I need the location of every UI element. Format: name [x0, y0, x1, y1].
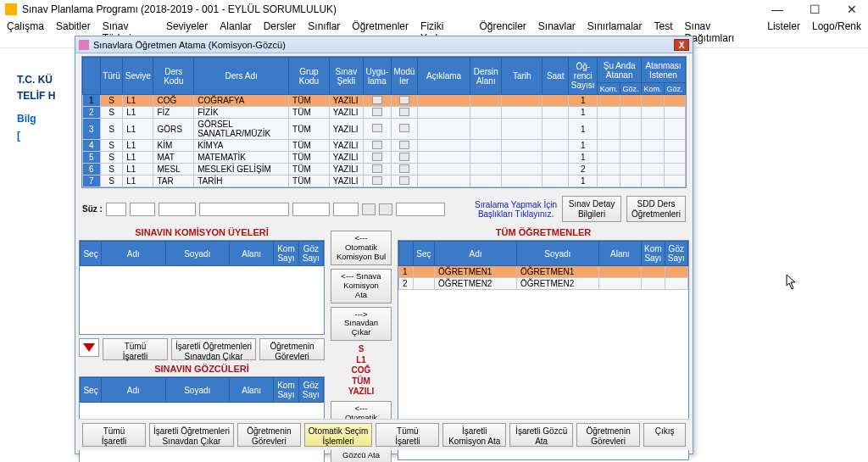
assign-commission-button[interactable]: <--- Sınava Komisyon Ata [331, 269, 392, 303]
all-teachers-title: TÜM ÖĞRETMENLER [398, 227, 689, 237]
table-row[interactable]: 2SL1FİZFİZİKTÜMYAZILI1 [83, 107, 686, 119]
remove-commission-button[interactable]: ---> Sınavdan Çıkar [331, 307, 392, 342]
sdd-teachers-button[interactable]: SDD Ders Öğretmenleri [626, 196, 686, 222]
dialog-title: Sınavlara Öğretmen Atama (Komisyon-Gözcü… [93, 40, 674, 50]
window-minimize-button[interactable]: — [766, 3, 788, 16]
bottom-teacher-duties-2-button[interactable]: Öğretmenin Görevleri [576, 423, 640, 447]
menu-logo-renk[interactable]: Logo/Renk [812, 20, 861, 44]
filter-grup[interactable] [292, 203, 330, 216]
dialog-icon [79, 40, 89, 50]
table-row[interactable]: 4SL1KİMKİMYATÜMYAZILI1 [83, 140, 686, 152]
window-title: Sınav Planlama Programı (2018-2019 - 001… [22, 3, 766, 15]
filter-kod[interactable] [159, 203, 196, 216]
remove-marked-button-1[interactable]: İşaretli Öğretmenleri Sınavdan Çıkar [171, 338, 256, 360]
filter-seviye[interactable] [130, 203, 155, 216]
window-titlebar: Sınav Planlama Programı (2018-2019 - 001… [0, 0, 868, 19]
commission-title: SINAVIN KOMİSYON ÜYELERİ [79, 227, 325, 237]
menu-sinav-dagitimlari[interactable]: Sınav Dağıtımları [685, 20, 756, 44]
bottom-all-marked-button[interactable]: Tümü İşaretli [82, 423, 146, 447]
bottom-teacher-duties-button[interactable]: Öğretmenin Görevleri [237, 423, 301, 447]
filter-label: Süz : [82, 204, 103, 214]
dialog-close-button[interactable]: X [674, 39, 689, 51]
bottom-remove-marked-button[interactable]: İşaretli Öğretmenleri Sınavdan Çıkar [149, 423, 234, 447]
filter-turu[interactable] [106, 203, 126, 216]
sort-hint: Sıralama Yapmak İçin Başlıkları Tıklayın… [475, 200, 557, 219]
assign-marked-commission-button[interactable]: İşaretli Komisyon Ata [442, 423, 506, 447]
filter-aciklama[interactable] [396, 203, 445, 216]
exam-detail-button[interactable]: Sınav Detay Bilgileri [562, 196, 621, 222]
mouse-cursor-icon [786, 274, 798, 291]
filter-ad[interactable] [199, 203, 289, 216]
filter-modul-button[interactable] [379, 203, 392, 215]
window-close-button[interactable]: ✕ [841, 3, 863, 16]
filter-uygulama-button[interactable] [362, 203, 376, 215]
table-row[interactable]: 7SL1TARTARİHTÜMYAZILI1 [83, 175, 686, 187]
observer-title: SINAVIN GÖZCÜLERİ [79, 364, 325, 374]
commission-grid[interactable]: Seç Adı Soyadı Alanı Kom Sayı Göz Sayı [79, 240, 325, 335]
list-item[interactable]: 1ÖĞRETMEN1ÖĞRETMEN1 [399, 266, 688, 278]
table-row[interactable]: 6SL1MESLMESLEKİ GELİŞİMTÜMYAZILI2 [83, 164, 686, 175]
selected-exam-summary: S L1 COĞ TÜM YAZILI [348, 344, 375, 398]
teacher-duties-button-1[interactable]: Öğretmenin Görevleri [259, 338, 325, 360]
background-text: T.C. KÜ TELİF H Bilg [ [17, 72, 55, 144]
filter-sekli[interactable] [333, 203, 359, 216]
menu-listeler[interactable]: Listeler [767, 20, 800, 44]
table-row[interactable]: 5SL1MATMATEMATİKTÜMYAZILI1 [83, 152, 686, 164]
window-maximize-button[interactable]: ☐ [804, 3, 826, 16]
menu-calisma[interactable]: Çalışma [7, 20, 44, 44]
auto-commission-button[interactable]: <--- Otomatik Komisyon Bul [331, 231, 392, 265]
bottom-all-marked-2-button[interactable]: Tümü İşaretli [376, 423, 439, 447]
table-row[interactable]: 3SL1GÖRSGÖRSEL SANATLAR/MÜZİKTÜMYAZILI1 [83, 119, 686, 140]
exit-button[interactable]: Çıkış [643, 423, 686, 447]
exam-grid[interactable]: Türü Seviye Ders Kodu Ders Adı Grup Kodu… [81, 56, 687, 188]
list-item[interactable]: 2ÖĞRETMEN2ÖĞRETMEN2 [399, 278, 688, 290]
dialog-titlebar: Sınavlara Öğretmen Atama (Komisyon-Gözcü… [75, 36, 693, 53]
assign-teacher-dialog: Sınavlara Öğretmen Atama (Komisyon-Gözcü… [75, 36, 693, 454]
table-row[interactable]: 1SL1COĞCOĞRAFYATÜMYAZILI1 [83, 95, 686, 107]
app-icon [5, 3, 17, 15]
auto-selection-button[interactable]: Otomatik Seçim İşlemleri [304, 423, 373, 447]
all-marked-button-1[interactable]: Tümü İşaretli [103, 338, 168, 360]
assign-marked-observer-button[interactable]: İşaretli Gözcü Ata [509, 423, 573, 447]
down-arrow-icon[interactable] [79, 338, 99, 357]
bottom-button-row: Tümü İşaretli İşaretli Öğretmenleri Sına… [79, 419, 689, 450]
